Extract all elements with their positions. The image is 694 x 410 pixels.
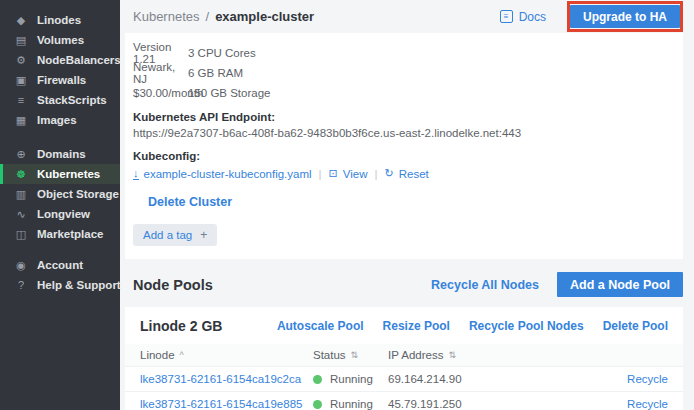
pool-action-links: Autoscale Pool Resize Pool Recycle Pool …	[277, 319, 668, 333]
sidebar-item-label: Help & Support	[37, 279, 121, 291]
sidebar-item-nodebalancers[interactable]: ⚙ NodeBalancers	[0, 50, 120, 70]
kubeconfig-reset-link[interactable]: ↻ Reset	[385, 167, 429, 180]
domains-icon: ⊕	[14, 148, 28, 161]
sidebar-item-label: Linodes	[37, 14, 81, 26]
sidebar-item-label: Account	[37, 259, 83, 271]
view-label: View	[343, 168, 368, 180]
docs-link[interactable]: ≡ Docs	[500, 10, 546, 24]
column-header-status[interactable]: Status ⇅	[313, 349, 388, 361]
linodes-icon: ◆	[14, 14, 28, 27]
sidebar-item-label: Images	[37, 114, 77, 126]
breadcrumb-section[interactable]: Kubernetes	[133, 9, 200, 24]
kubeconfig-label: Kubeconfig:	[133, 150, 675, 162]
cluster-ram: 6 GB RAM	[188, 67, 243, 79]
sidebar-item-label: Domains	[37, 148, 86, 160]
ip-address: 45.79.191.250	[388, 398, 608, 410]
docs-label: Docs	[519, 10, 546, 24]
upgrade-button-wrap: Upgrade to HA	[570, 5, 680, 28]
sidebar-item-help-support[interactable]: ? Help & Support	[0, 275, 120, 295]
view-icon: ⊡	[329, 167, 338, 180]
node-link[interactable]: lke38731-62161-6154ca19e885	[140, 398, 302, 410]
node-pools-actions: Recycle All Nodes Add a Node Pool	[431, 272, 683, 297]
delete-pool-link[interactable]: Delete Pool	[603, 319, 668, 333]
add-tag-button[interactable]: Add a tag +	[133, 224, 217, 246]
table-row: lke38731-62161-6154ca19e885 Running 45.7…	[125, 391, 683, 410]
pool-name: Linode 2 GB	[140, 318, 222, 334]
summary-row: Newark, NJ 6 GB RAM	[133, 63, 675, 83]
table-row: lke38731-62161-6154ca19c2ca Running 69.1…	[125, 366, 683, 391]
node-pools-title: Node Pools	[133, 277, 213, 293]
kubeconfig-download-link[interactable]: ↓ example-cluster-kubeconfig.yaml	[133, 168, 312, 180]
stackscripts-icon: ≡	[14, 94, 28, 106]
reset-icon: ↻	[385, 167, 394, 180]
images-icon: ▦	[14, 114, 28, 127]
sidebar-item-label: Longview	[37, 208, 90, 220]
sidebar-item-object-storage[interactable]: ▥ Object Storage	[0, 184, 120, 204]
separator: |	[319, 168, 322, 180]
download-icon: ↓	[133, 168, 139, 180]
sidebar-item-firewalls[interactable]: ▣ Firewalls	[0, 70, 120, 90]
upgrade-to-ha-button[interactable]: Upgrade to HA	[570, 5, 680, 28]
sort-asc-icon: ^	[180, 350, 184, 360]
account-icon: ◉	[14, 259, 28, 272]
sidebar-item-linodes[interactable]: ◆ Linodes	[0, 10, 120, 30]
sidebar-item-volumes[interactable]: ▤ Volumes	[0, 30, 120, 50]
recycle-all-nodes-link[interactable]: Recycle All Nodes	[431, 278, 539, 292]
sidebar-item-label: Object Storage	[37, 188, 119, 200]
sort-both-icon: ⇅	[351, 350, 359, 360]
summary-row: $30.00/month 150 GB Storage	[133, 83, 675, 103]
column-header-linode[interactable]: Linode ^	[140, 349, 313, 361]
add-node-pool-button[interactable]: Add a Node Pool	[557, 272, 683, 297]
cluster-summary-card: Version 1.21 3 CPU Cores Newark, NJ 6 GB…	[125, 33, 683, 259]
object-storage-icon: ▥	[14, 188, 28, 201]
nodebalancers-icon: ⚙	[14, 54, 28, 67]
sidebar-section-gap	[0, 130, 120, 144]
sidebar-item-domains[interactable]: ⊕ Domains	[0, 144, 120, 164]
status-cell: Running	[313, 398, 388, 410]
node-link[interactable]: lke38731-62161-6154ca19c2ca	[140, 373, 301, 385]
sidebar-item-label: StackScripts	[37, 94, 107, 106]
sidebar-item-longview[interactable]: ∿ Longview	[0, 204, 120, 224]
resize-pool-link[interactable]: Resize Pool	[383, 319, 450, 333]
delete-cluster-button[interactable]: Delete Cluster	[148, 195, 232, 209]
page-header: Kubernetes / example-cluster ≡ Docs Upgr…	[120, 0, 694, 33]
sidebar-item-label: Marketplace	[37, 228, 103, 240]
breadcrumb-separator: /	[206, 9, 210, 24]
sidebar-item-label: Kubernetes	[37, 168, 100, 180]
sidebar-item-images[interactable]: ▦ Images	[0, 110, 120, 130]
cluster-cpu: 3 CPU Cores	[188, 47, 256, 59]
main-content: Kubernetes / example-cluster ≡ Docs Upgr…	[120, 0, 694, 410]
breadcrumb: Kubernetes / example-cluster	[133, 9, 314, 24]
marketplace-icon: ◫	[14, 228, 28, 241]
status-cell: Running	[313, 373, 388, 385]
sidebar: ◆ Linodes ▤ Volumes ⚙ NodeBalancers ▣ Fi…	[0, 0, 120, 410]
recycle-pool-nodes-link[interactable]: Recycle Pool Nodes	[469, 319, 584, 333]
api-endpoint-label: Kubernetes API Endpoint:	[133, 111, 675, 123]
cluster-storage: 150 GB Storage	[188, 87, 270, 99]
sidebar-item-kubernetes[interactable]: ☸ Kubernetes	[0, 164, 120, 184]
column-label: Status	[313, 349, 346, 361]
firewalls-icon: ▣	[14, 74, 28, 87]
cluster-price: $30.00/month	[133, 87, 188, 99]
breadcrumb-current: example-cluster	[215, 9, 314, 24]
kubeconfig-actions: ↓ example-cluster-kubeconfig.yaml | ⊡ Vi…	[133, 167, 675, 180]
column-header-ip-address[interactable]: IP Address ⇅	[388, 349, 608, 361]
docs-icon: ≡	[500, 10, 513, 23]
status-running-icon	[313, 375, 322, 384]
sidebar-item-account[interactable]: ◉ Account	[0, 255, 120, 275]
kubeconfig-view-link[interactable]: ⊡ View	[329, 167, 368, 180]
column-label: Linode	[140, 349, 175, 361]
recycle-node-link[interactable]: Recycle	[627, 373, 668, 385]
sidebar-item-marketplace[interactable]: ◫ Marketplace	[0, 224, 120, 244]
autoscale-pool-link[interactable]: Autoscale Pool	[277, 319, 364, 333]
recycle-node-link[interactable]: Recycle	[627, 398, 668, 410]
sidebar-item-stackscripts[interactable]: ≡ StackScripts	[0, 90, 120, 110]
summary-row: Version 1.21 3 CPU Cores	[133, 43, 675, 63]
node-pool-card: Linode 2 GB Autoscale Pool Resize Pool R…	[125, 307, 683, 410]
status-label: Running	[330, 398, 373, 410]
sidebar-section-gap	[0, 244, 120, 255]
plus-icon: +	[200, 228, 207, 242]
cluster-region: Newark, NJ	[133, 61, 188, 85]
pool-card-header: Linode 2 GB Autoscale Pool Resize Pool R…	[125, 307, 683, 344]
node-pools-header: Node Pools Recycle All Nodes Add a Node …	[125, 272, 683, 297]
